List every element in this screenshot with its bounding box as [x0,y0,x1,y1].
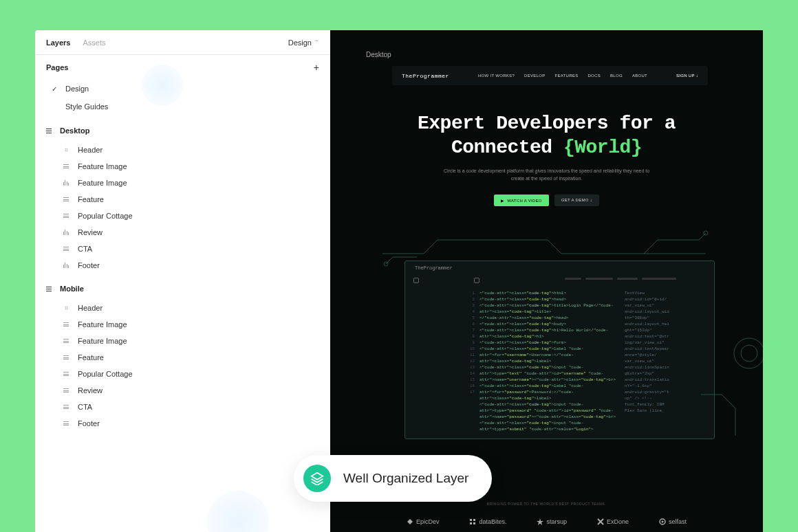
signup-button[interactable]: SIGN UP ↓ [676,74,698,78]
svg-rect-5 [473,519,475,521]
layer-item[interactable]: Review [35,382,330,399]
layer-item[interactable]: CTA [35,399,330,415]
layer-item[interactable]: Feature Image [35,316,330,333]
lines-icon [63,339,69,343]
tab-bar [565,278,706,283]
main-nav: HOW IT WORKS?DEVELOPFEATURESDOCSBLOGABOU… [478,74,647,78]
code-window-title: TheProgrammer [415,265,453,271]
code-side-panel: TextViewandroid:id="@+id/var_view_ui"and… [625,290,707,414]
layer-name: Popular Cottage [78,370,133,378]
layer-name: Feature [78,195,104,203]
layer-item[interactable]: Feature [35,191,330,208]
layer-name: Header [78,146,103,154]
lines-icon [63,197,69,201]
decoration-blur [207,491,269,532]
hero-section: Expert Developers for a Connected {World… [330,111,763,206]
layer-item[interactable]: CTA [35,241,330,257]
frame-icon: ⌗ [65,146,68,154]
partner-logo: EpicDev [407,518,440,525]
page-name: Design [65,85,89,93]
tab-assets[interactable]: Assets [83,38,105,47]
chevron-up-icon: ⌃ [314,39,319,45]
feature-badge: Well Organized Layer [294,455,492,502]
check-icon: ✓ [52,85,58,93]
svg-point-2 [734,338,763,368]
get-demo-button[interactable]: GET A DEMO ↓ [554,195,599,206]
nav-link[interactable]: DOCS [587,74,601,78]
layer-name: CTA [78,245,92,253]
frame-header[interactable]: Mobile [35,278,330,300]
window-chrome [413,278,479,283]
site-logo[interactable]: TheProgrammer [402,73,449,79]
hamburger-icon [46,129,52,133]
hero-line1: Expert Developers for a [418,113,676,134]
layer-name: Review [78,228,103,236]
hero-accent: {World} [563,137,642,158]
layer-item[interactable]: Footer [35,415,330,432]
pages-section-header: Pages + [35,55,330,80]
layer-item[interactable]: Feature Image [35,158,330,175]
hamburger-icon [46,287,52,291]
design-dropdown-label: Design [288,38,312,47]
lines-icon [63,214,69,218]
line-numbers: 1234567891011121314151617 [470,290,475,395]
lines-icon [63,322,69,326]
layer-name: Feature Image [78,320,127,329]
pages-label: Pages [46,63,68,71]
lines-icon [63,372,69,376]
layer-name: Feature Image [78,337,127,345]
circuit-decoration [701,326,763,450]
signup-label: SIGN UP [676,74,695,78]
frame-icon: ⌗ [65,304,68,312]
layer-item[interactable]: ⌗Header [35,142,330,158]
layers-panel: Layers Assets Design ⌃ Pages + ✓DesignSt… [35,30,330,532]
window-control[interactable] [413,278,419,283]
layer-item[interactable]: Footer [35,257,330,274]
layer-item[interactable]: Feature Image [35,175,330,191]
window-control[interactable] [474,278,479,283]
layer-name: Footer [78,419,100,428]
frame-name: Mobile [60,285,84,293]
bars-icon [63,180,69,186]
watch-video-button[interactable]: ▶ WATCH A VIDEO [494,195,549,206]
partners-label: BRINGING POWER TO THE WORLD'S BEST PRODU… [330,502,763,506]
layer-item[interactable]: Review [35,224,330,241]
layer-item[interactable]: ⌗Header [35,300,330,316]
lines-icon [63,421,69,425]
badge-text: Well Organized Layer [343,471,468,486]
svg-point-3 [741,345,757,362]
layer-name: Popular Cottage [78,212,133,220]
layer-item[interactable]: Popular Cottage [35,208,330,224]
bars-icon [63,230,69,235]
layer-name: Feature [78,353,104,362]
add-page-button[interactable]: + [314,62,319,73]
layer-name: Feature Image [78,179,127,187]
layer-name: Feature Image [78,162,127,170]
lines-icon [63,388,69,392]
site-header: TheProgrammer HOW IT WORKS?DEVELOPFEATUR… [392,66,708,85]
svg-rect-4 [470,519,472,521]
decoration-blur [142,65,183,106]
nav-link[interactable]: FEATURES [554,74,578,78]
page-item[interactable]: Style Guides [35,98,330,115]
nav-link[interactable]: ABOUT [632,74,647,78]
design-dropdown[interactable]: Design ⌃ [288,38,319,47]
layer-item[interactable]: Popular Cottage [35,366,330,382]
nav-link[interactable]: HOW IT WORKS? [478,74,515,78]
layer-name: Header [78,304,103,312]
lines-icon [63,405,69,409]
layer-name: Footer [78,261,100,269]
lines-icon [63,247,69,251]
get-demo-label: GET A DEMO [561,198,589,202]
layer-item[interactable]: Feature [35,349,330,366]
nav-link[interactable]: BLOG [610,74,623,78]
layer-name: CTA [78,403,92,411]
partner-logo: dataBites. [469,518,506,525]
layer-name: Review [78,386,103,395]
tab-layers[interactable]: Layers [46,38,70,47]
partner-logo: selfast [659,518,687,525]
frame-header[interactable]: Desktop [35,120,330,142]
partners-section: BRINGING POWER TO THE WORLD'S BEST PRODU… [330,502,763,525]
layer-item[interactable]: Feature Image [35,333,330,349]
nav-link[interactable]: DEVELOP [524,74,545,78]
